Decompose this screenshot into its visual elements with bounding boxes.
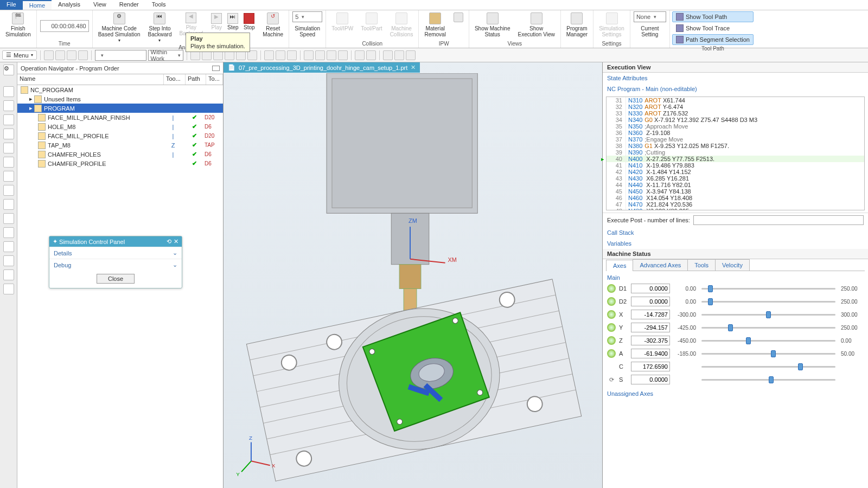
variables-link[interactable]: Variables <box>603 238 868 249</box>
path-segment-selection-toggle[interactable]: Path Segment Selection <box>672 34 754 45</box>
axis-value-input[interactable] <box>631 310 670 319</box>
filter-combo-2[interactable]: Within Work <box>148 50 183 61</box>
menu-tab-view[interactable]: View <box>87 0 113 10</box>
sel-btn-2[interactable] <box>55 50 65 60</box>
speed-select[interactable]: 5 <box>292 11 322 22</box>
axis-slider[interactable] <box>701 363 835 370</box>
play-button[interactable]: ▶Play <box>208 11 225 31</box>
nc-line[interactable]: 42N420 X-1.484 Y14.152 <box>607 169 864 175</box>
unassigned-axes-link[interactable]: Unassigned Axes <box>607 388 864 399</box>
axis-value-input[interactable] <box>631 349 670 358</box>
tool-part-button[interactable]: Tool/Part <box>359 11 384 33</box>
nc-line[interactable]: 32N320 AROT Y-6.474 <box>607 104 864 110</box>
ipw-menu-button[interactable] <box>451 11 465 24</box>
axis-slider[interactable] <box>701 285 835 292</box>
menu-tab-home[interactable]: Home <box>23 0 52 10</box>
ms-tab-axes[interactable]: Axes <box>606 260 633 271</box>
rail-btn-13[interactable] <box>3 255 14 266</box>
material-removal-button[interactable]: MaterialRemoval <box>422 11 448 38</box>
sel-btn-17[interactable] <box>338 50 348 60</box>
sim-panel-refresh-icon[interactable]: ⟲ <box>167 238 171 245</box>
tree-row[interactable]: CHAMFER_PROFILE✔D6 <box>17 159 223 168</box>
sel-btn-3[interactable] <box>67 50 76 60</box>
axis-value-input[interactable] <box>631 297 670 306</box>
state-attributes-link[interactable]: State Attributes <box>603 73 868 84</box>
nc-line[interactable]: 45N450 X-3.947 Y84.138 <box>607 188 864 195</box>
nc-line[interactable]: 39N390 ;Cutting <box>607 149 864 156</box>
rail-btn-2[interactable] <box>3 100 14 111</box>
rail-btn-1[interactable] <box>3 86 14 97</box>
axis-value-input[interactable] <box>631 375 670 384</box>
rail-btn-8[interactable] <box>3 185 14 196</box>
nc-line[interactable]: 48N480 X3 823 Y86 265 <box>607 208 864 210</box>
axis-slider[interactable] <box>701 337 835 344</box>
machine-code-sim-button[interactable]: ⚙Machine CodeBased Simulation▾ <box>96 11 143 44</box>
tree-row[interactable]: CHAMFER_HOLES|✔D6 <box>17 150 223 159</box>
axis-slider[interactable] <box>701 298 835 305</box>
rail-btn-10[interactable] <box>3 213 14 224</box>
tree-row[interactable]: NC_PROGRAM <box>17 85 223 94</box>
rail-btn-gear[interactable]: ⚙ <box>3 65 14 75</box>
program-manager-button[interactable]: ProgramManager <box>564 11 590 38</box>
show-tool-path-toggle[interactable]: Show Tool Path <box>672 11 754 22</box>
tree-row[interactable]: ▸Unused Items <box>17 94 223 104</box>
step-button[interactable]: ⏭Step <box>225 11 241 31</box>
menu-dropdown[interactable]: ☰Menu▾ <box>2 50 37 60</box>
sel-btn-16[interactable] <box>327 50 336 60</box>
rail-btn-6[interactable] <box>3 157 14 168</box>
execute-post-input[interactable] <box>693 215 864 225</box>
sim-panel-details[interactable]: Details⌄ <box>49 247 182 259</box>
sel-btn-1[interactable] <box>44 50 54 60</box>
tool-ipw-button[interactable]: Tool/IPW <box>329 11 355 33</box>
rail-btn-15[interactable] <box>3 284 14 294</box>
rail-btn-9[interactable] <box>3 199 14 210</box>
tree-row[interactable]: FACE_MILL_PLANAR_FINISH|✔D20 <box>17 113 223 122</box>
sel-btn-18[interactable] <box>355 50 365 60</box>
graphics-viewport[interactable]: 📄07_pre_processing_3D_printing_doohr_hin… <box>224 62 602 488</box>
nc-line[interactable]: 34N340 G0 X-7.912 Y12.392 Z75.47 S4488 D… <box>607 117 864 123</box>
call-stack-link[interactable]: Call Stack <box>603 227 868 238</box>
ms-tab-advanced-axes[interactable]: Advanced Axes <box>633 259 688 271</box>
nc-line[interactable]: 36N360 Z-19.108 <box>607 130 864 136</box>
sel-btn-21[interactable] <box>394 50 404 60</box>
nc-line[interactable]: 43N430 X6.285 Y16.281 <box>607 175 864 182</box>
sel-btn-15[interactable] <box>315 50 325 60</box>
stop-button[interactable]: Stop <box>241 11 257 31</box>
nc-line[interactable]: 41N410 X-19.486 Y79.883 <box>607 162 864 169</box>
tree-row[interactable]: ▸PROGRAM <box>17 104 223 113</box>
finish-simulation-button[interactable]: 🏁FinishSimulation <box>3 11 33 38</box>
axis-slider[interactable] <box>701 376 835 383</box>
rail-btn-4[interactable] <box>3 129 14 139</box>
axis-value-input[interactable] <box>631 336 670 345</box>
sel-btn-19[interactable] <box>366 50 376 60</box>
sel-btn-4[interactable] <box>78 50 88 60</box>
nc-line[interactable]: 31N310 AROT X61.744 <box>607 97 864 104</box>
axis-value-input[interactable] <box>631 323 670 332</box>
menu-tab-tools[interactable]: Tools <box>145 0 173 10</box>
rail-btn-14[interactable] <box>3 269 14 280</box>
rail-btn-7[interactable] <box>3 171 14 182</box>
step-backward-button[interactable]: ⏮Step IntoBackward▾ <box>146 11 174 44</box>
tree-row[interactable]: HOLE_M8|✔D6 <box>17 122 223 131</box>
ms-tab-tools[interactable]: Tools <box>687 259 716 271</box>
ms-tab-velocity[interactable]: Velocity <box>715 259 750 271</box>
close-doc-icon[interactable]: ✕ <box>411 64 416 71</box>
sel-btn-12[interactable] <box>276 50 285 60</box>
axis-value-input[interactable] <box>631 362 670 371</box>
nc-program-listing[interactable]: 31N310 AROT X61.74432N320 AROT Y-6.47433… <box>606 97 865 210</box>
rail-btn-5[interactable] <box>3 143 14 153</box>
axis-slider[interactable] <box>701 350 835 357</box>
reset-machine-button[interactable]: ↺ResetMachine <box>260 11 285 38</box>
setting-combo[interactable]: None <box>634 11 666 22</box>
show-tool-trace-toggle[interactable]: Show Tool Trace <box>672 23 754 34</box>
simulation-settings-button[interactable]: SimulationSettings <box>597 11 627 38</box>
nc-line[interactable]: 46N460 X14.054 Y18.408 <box>607 195 864 201</box>
nc-line[interactable]: 38N380 G1 X-9.253 Y12.025 M8 F1257. <box>607 143 864 149</box>
menu-tab-file[interactable]: File <box>0 0 23 10</box>
machine-collisions-button[interactable]: MachineCollisions <box>388 11 416 38</box>
nav-dock-icon[interactable] <box>212 66 220 71</box>
tree-row[interactable]: TAP_M8Z✔TAP <box>17 140 223 150</box>
nc-line[interactable]: 37N370 ;Engage Move <box>607 136 864 143</box>
rail-btn-11[interactable] <box>3 227 14 238</box>
sel-btn-20[interactable] <box>383 50 393 60</box>
